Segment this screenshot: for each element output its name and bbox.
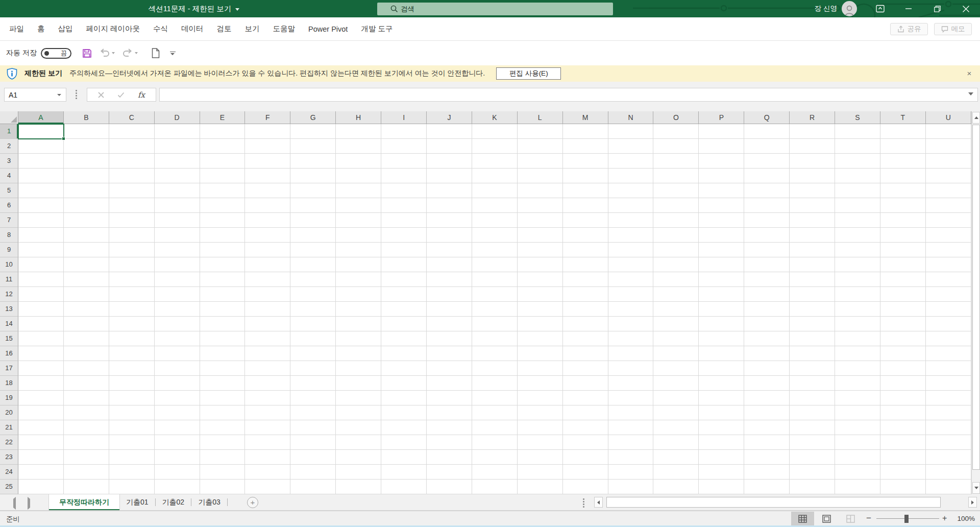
row-header-15[interactable]: 15 xyxy=(0,331,18,346)
cell-S7[interactable] xyxy=(835,213,880,228)
row-header-24[interactable]: 24 xyxy=(0,465,18,480)
cell-H20[interactable] xyxy=(336,405,381,420)
row-header-10[interactable]: 10 xyxy=(0,257,18,272)
cell-A8[interactable] xyxy=(18,228,64,243)
cell-C20[interactable] xyxy=(109,405,155,420)
cell-D11[interactable] xyxy=(155,272,200,287)
cell-U21[interactable] xyxy=(926,420,971,435)
formula-input[interactable] xyxy=(159,88,978,102)
cell-N14[interactable] xyxy=(608,317,654,331)
cell-A1[interactable] xyxy=(18,124,64,139)
cell-E14[interactable] xyxy=(200,317,246,331)
cell-T9[interactable] xyxy=(880,243,926,257)
cell-A11[interactable] xyxy=(18,272,64,287)
row-header-7[interactable]: 7 xyxy=(0,213,18,228)
cell-D25[interactable] xyxy=(155,480,200,494)
cell-L17[interactable] xyxy=(518,361,563,376)
cell-T19[interactable] xyxy=(880,391,926,405)
cell-C21[interactable] xyxy=(109,420,155,435)
cell-K24[interactable] xyxy=(472,465,518,480)
cell-K3[interactable] xyxy=(472,154,518,169)
cell-M23[interactable] xyxy=(563,450,608,465)
cell-L10[interactable] xyxy=(518,257,563,272)
cell-P2[interactable] xyxy=(699,139,744,154)
cell-N23[interactable] xyxy=(608,450,654,465)
cell-I11[interactable] xyxy=(381,272,427,287)
cell-C12[interactable] xyxy=(109,287,155,302)
cell-U24[interactable] xyxy=(926,465,971,480)
cell-B19[interactable] xyxy=(64,391,109,405)
cell-G25[interactable] xyxy=(290,480,336,494)
column-header-J[interactable]: J xyxy=(427,111,472,124)
cell-O16[interactable] xyxy=(653,346,699,361)
cell-O6[interactable] xyxy=(653,198,699,213)
cell-U22[interactable] xyxy=(926,435,971,450)
redo-dropdown-icon[interactable] xyxy=(135,52,138,54)
cell-G13[interactable] xyxy=(290,302,336,317)
cell-K7[interactable] xyxy=(472,213,518,228)
cell-J21[interactable] xyxy=(427,420,472,435)
cell-U23[interactable] xyxy=(926,450,971,465)
cell-M20[interactable] xyxy=(563,405,608,420)
cell-G12[interactable] xyxy=(290,287,336,302)
cell-G17[interactable] xyxy=(290,361,336,376)
cell-P13[interactable] xyxy=(699,302,744,317)
cell-A4[interactable] xyxy=(18,169,64,183)
cell-A17[interactable] xyxy=(18,361,64,376)
ribbon-tab-2[interactable]: 삽입 xyxy=(52,17,80,40)
column-header-K[interactable]: K xyxy=(472,111,518,124)
cell-P22[interactable] xyxy=(699,435,744,450)
column-header-H[interactable]: H xyxy=(336,111,381,124)
ribbon-tab-4[interactable]: 수식 xyxy=(146,17,175,40)
ribbon-tab-5[interactable]: 데이터 xyxy=(175,17,210,40)
cell-O24[interactable] xyxy=(653,465,699,480)
cell-F11[interactable] xyxy=(245,272,290,287)
cell-H2[interactable] xyxy=(336,139,381,154)
cell-E23[interactable] xyxy=(200,450,246,465)
cell-O17[interactable] xyxy=(653,361,699,376)
cell-U10[interactable] xyxy=(926,257,971,272)
cell-L16[interactable] xyxy=(518,346,563,361)
cell-T16[interactable] xyxy=(880,346,926,361)
cell-T4[interactable] xyxy=(880,169,926,183)
vertical-scroll-thumb[interactable] xyxy=(972,125,980,470)
cell-T22[interactable] xyxy=(880,435,926,450)
cell-J10[interactable] xyxy=(427,257,472,272)
close-button[interactable] xyxy=(951,0,980,17)
cell-T13[interactable] xyxy=(880,302,926,317)
cell-C19[interactable] xyxy=(109,391,155,405)
cell-F4[interactable] xyxy=(245,169,290,183)
page-layout-view-button[interactable] xyxy=(815,512,838,525)
cell-J16[interactable] xyxy=(427,346,472,361)
cell-P6[interactable] xyxy=(699,198,744,213)
cell-R15[interactable] xyxy=(790,331,835,346)
cell-L12[interactable] xyxy=(518,287,563,302)
cell-P5[interactable] xyxy=(699,183,744,198)
cell-E5[interactable] xyxy=(200,183,246,198)
cell-L3[interactable] xyxy=(518,154,563,169)
cell-C6[interactable] xyxy=(109,198,155,213)
cell-G5[interactable] xyxy=(290,183,336,198)
cell-B22[interactable] xyxy=(64,435,109,450)
cell-D4[interactable] xyxy=(155,169,200,183)
cell-Q18[interactable] xyxy=(744,376,790,391)
cell-N5[interactable] xyxy=(608,183,654,198)
column-header-P[interactable]: P xyxy=(699,111,744,124)
row-header-5[interactable]: 5 xyxy=(0,183,18,198)
cell-P14[interactable] xyxy=(699,317,744,331)
cell-R1[interactable] xyxy=(790,124,835,139)
cell-K13[interactable] xyxy=(472,302,518,317)
cell-S15[interactable] xyxy=(835,331,880,346)
cell-E1[interactable] xyxy=(200,124,246,139)
scroll-right-button[interactable] xyxy=(968,497,977,508)
cell-M12[interactable] xyxy=(563,287,608,302)
ribbon-tab-7[interactable]: 보기 xyxy=(238,17,266,40)
cell-F1[interactable] xyxy=(245,124,290,139)
cell-F2[interactable] xyxy=(245,139,290,154)
cell-N4[interactable] xyxy=(608,169,654,183)
cell-M10[interactable] xyxy=(563,257,608,272)
column-header-F[interactable]: F xyxy=(245,111,290,124)
cell-M21[interactable] xyxy=(563,420,608,435)
cell-S4[interactable] xyxy=(835,169,880,183)
cell-I24[interactable] xyxy=(381,465,427,480)
